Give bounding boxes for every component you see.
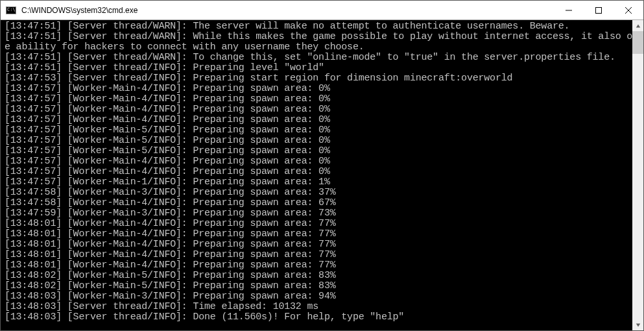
minimize-button[interactable]	[554, 1, 584, 19]
console-output[interactable]: [13:47:51] [Server thread/WARN]: The ser…	[1, 20, 632, 330]
window-title: C:\WINDOWS\system32\cmd.exe	[20, 6, 554, 15]
cmd-icon	[6, 6, 16, 14]
svg-rect-0	[596, 7, 602, 13]
titlebar[interactable]: C:\WINDOWS\system32\cmd.exe	[1, 1, 643, 20]
close-button[interactable]	[614, 1, 643, 19]
scrollbar-track[interactable]	[632, 31, 643, 319]
vertical-scrollbar[interactable]	[632, 20, 643, 330]
scrollbar-up-button[interactable]	[632, 20, 643, 31]
scrollbar-thumb[interactable]	[632, 31, 643, 54]
window-controls	[554, 1, 643, 19]
client-area: [13:47:51] [Server thread/WARN]: The ser…	[1, 20, 643, 330]
maximize-button[interactable]	[584, 1, 614, 19]
cmd-window: C:\WINDOWS\system32\cmd.exe [13:47:51] […	[0, 0, 644, 331]
scrollbar-down-button[interactable]	[632, 319, 643, 330]
